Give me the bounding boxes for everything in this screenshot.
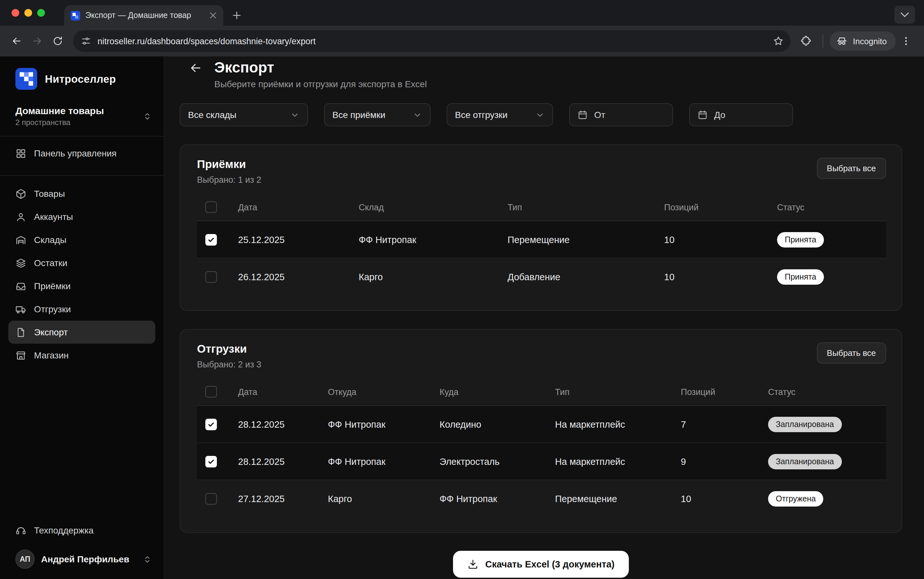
download-excel-button[interactable]: Скачать Excel (3 документа) <box>453 551 629 578</box>
cell-date: 27.12.2025 <box>238 493 328 504</box>
warehouse-icon <box>15 234 26 245</box>
chevron-down-icon <box>535 110 545 119</box>
table-row[interactable]: 27.12.2025КаргоФФ НитропакПеремещение10О… <box>197 479 886 517</box>
select-all-checkbox[interactable] <box>205 201 217 213</box>
browser-menu-kebab-icon[interactable] <box>896 31 916 51</box>
chevron-down-icon <box>290 110 300 119</box>
sidebar-item-package[interactable]: Товары <box>8 182 155 205</box>
sidebar-item-layers[interactable]: Остатки <box>8 251 155 275</box>
zoom-window-button[interactable] <box>37 9 45 17</box>
chevrons-up-down-icon <box>143 111 152 121</box>
url-text[interactable]: nitroseller.ru/dashboard/spaces/domashni… <box>97 36 766 46</box>
sidebar-menu: ТоварыАккаунтыСкладыОстаткиПриёмкиОтгруз… <box>0 176 164 367</box>
row-checkbox[interactable] <box>205 493 217 504</box>
checkbox-cell <box>197 201 238 213</box>
cell-to: Электросталь <box>440 456 555 466</box>
row-checkbox[interactable] <box>205 234 217 245</box>
cell-positions: 7 <box>681 419 768 429</box>
tab-close-icon[interactable] <box>208 10 218 21</box>
calendar-icon <box>578 110 588 120</box>
sidebar-item-file[interactable]: Экспорт <box>8 321 155 343</box>
cell-type: Перемещение <box>555 493 681 504</box>
close-window-button[interactable] <box>11 9 19 17</box>
dropdown-value: Все отгрузки <box>455 110 529 120</box>
warehouses-dropdown[interactable]: Все склады <box>180 103 308 126</box>
cell-to: Коледино <box>440 419 555 429</box>
page-header: Экспорт Выберите приёмки и отгрузки для … <box>180 59 902 89</box>
table-row[interactable]: 28.12.2025ФФ НитропакЭлектростальНа марк… <box>197 442 886 479</box>
shipments-dropdown[interactable]: Все отгрузки <box>446 103 553 126</box>
checkbox-cell <box>197 419 238 430</box>
forward-button[interactable] <box>27 31 48 51</box>
sidebar-item-support[interactable]: Техподдержка <box>8 517 155 543</box>
cell-from: ФФ Нитропак <box>328 456 440 466</box>
row-checkbox[interactable] <box>205 456 217 467</box>
cell-date: 26.12.2025 <box>238 272 359 282</box>
sidebar-item-label: Техподдержка <box>34 525 94 535</box>
tab-title: Экспорт — Домашние товар <box>85 11 203 20</box>
user-icon <box>15 211 26 222</box>
address-bar[interactable]: nitroseller.ru/dashboard/spaces/domashni… <box>73 30 791 52</box>
select-all-checkbox[interactable] <box>205 386 217 397</box>
file-icon <box>15 327 26 338</box>
sidebar-item-store[interactable]: Магазин <box>8 343 155 367</box>
sidebar-item-label: Приёмки <box>34 281 71 291</box>
sidebar-item-user[interactable]: Аккаунты <box>8 205 155 228</box>
column-header: Дата <box>238 387 328 397</box>
row-checkbox[interactable] <box>205 419 217 430</box>
receivings-dropdown[interactable]: Все приёмки <box>324 103 430 126</box>
shipments-card: Отгрузки Выбрано: 2 из 3 Выбрать все Дат… <box>180 329 902 533</box>
sidebar-item-inbox[interactable]: Приёмки <box>8 275 155 298</box>
selected-summary: Выбрано: 1 из 2 <box>197 175 261 185</box>
cell-positions: 10 <box>664 272 777 282</box>
page-subtitle: Выберите приёмки и отгрузки для экспорта… <box>214 79 427 89</box>
date-to-picker[interactable]: До <box>689 103 793 126</box>
new-tab-button[interactable] <box>231 10 243 21</box>
column-header: Склад <box>359 202 507 212</box>
cell-warehouse: ФФ Нитропак <box>359 234 507 245</box>
incognito-label: Incognito <box>853 36 887 46</box>
select-all-button[interactable]: Выбрать все <box>817 158 886 179</box>
table-header-row: ДатаОткудаКудаТипПозицийСтатус <box>197 378 886 406</box>
date-from-picker[interactable]: От <box>569 103 673 126</box>
cell-warehouse: Карго <box>359 272 507 282</box>
sidebar-item-dashboard[interactable]: Панель управления <box>8 141 155 166</box>
grid-icon <box>15 148 26 159</box>
back-button[interactable] <box>7 31 27 51</box>
cell-date: 28.12.2025 <box>238 419 328 429</box>
cell-status: Запланирована <box>768 417 886 432</box>
back-arrow-icon[interactable] <box>189 61 203 75</box>
column-header: Статус <box>777 202 886 212</box>
sidebar-item-label: Экспорт <box>34 327 68 337</box>
column-header: Статус <box>768 387 886 397</box>
sidebar-item-truck[interactable]: Отгрузки <box>8 298 155 321</box>
extensions-puzzle-icon[interactable] <box>796 31 816 51</box>
minimize-window-button[interactable] <box>25 9 32 17</box>
user-menu[interactable]: АП Андрей Перфильев <box>15 550 152 569</box>
sidebar-item-warehouse[interactable]: Склады <box>8 228 155 251</box>
sidebar-item-label: Аккаунты <box>34 212 73 222</box>
sidebar-item-label: Магазин <box>34 350 69 360</box>
table-row[interactable]: 26.12.2025КаргоДобавление10Принята <box>197 258 886 295</box>
row-checkbox[interactable] <box>205 271 217 283</box>
reload-button[interactable] <box>48 31 68 51</box>
site-settings-icon[interactable] <box>81 36 91 46</box>
date-to-value: До <box>714 110 725 120</box>
browser-tab[interactable]: Экспорт — Домашние товар <box>64 5 223 26</box>
bookmark-star-icon[interactable] <box>773 35 784 47</box>
cell-type: Перемещение <box>507 234 664 245</box>
checkbox-cell <box>197 234 238 245</box>
cell-status: Запланирована <box>768 454 886 469</box>
space-switcher[interactable]: Домашние товары 2 пространства <box>15 105 152 127</box>
select-all-button[interactable]: Выбрать все <box>817 342 886 363</box>
checkbox-cell <box>197 456 238 467</box>
site-favicon-icon <box>71 11 80 20</box>
cell-to: ФФ Нитропак <box>440 493 555 504</box>
table-row[interactable]: 28.12.2025ФФ НитропакКолединоНа маркетпл… <box>197 406 886 442</box>
date-from-value: От <box>594 110 606 120</box>
tab-list-chevron-icon[interactable] <box>894 6 915 24</box>
table-header-row: ДатаСкладТипПозицийСтатус <box>197 194 886 221</box>
column-header: Куда <box>440 387 555 397</box>
cell-from: ФФ Нитропак <box>328 419 440 429</box>
table-row[interactable]: 25.12.2025ФФ НитропакПеремещение10Принят… <box>197 221 886 258</box>
